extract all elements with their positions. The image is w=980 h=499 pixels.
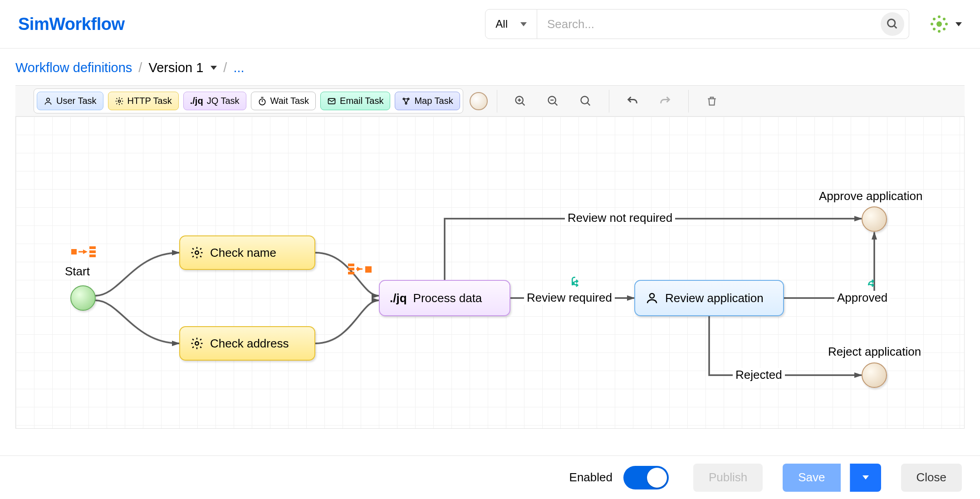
svg-line-1	[894, 26, 897, 29]
palette-label: Map Task	[414, 96, 453, 106]
svg-point-4	[943, 18, 946, 20]
person-icon	[645, 291, 659, 305]
gear-icon	[190, 246, 204, 259]
search-field-wrap	[537, 9, 909, 39]
save-dropdown-button[interactable]	[850, 464, 881, 492]
palette-end-node[interactable]	[470, 92, 488, 110]
save-button[interactable]: Save	[783, 464, 840, 492]
node-process-data[interactable]: ./jq Process data	[379, 280, 510, 316]
svg-point-9	[931, 23, 933, 25]
app-logo: SimWorkflow	[18, 15, 125, 34]
end-approve-node[interactable]	[862, 206, 887, 232]
zoom-in-icon	[514, 95, 527, 108]
parallel-split-icon	[70, 245, 98, 258]
search-icon	[886, 18, 899, 30]
trash-icon	[706, 95, 718, 107]
svg-point-8	[933, 28, 936, 30]
start-node[interactable]	[70, 285, 96, 311]
node-label: Check name	[210, 246, 276, 260]
enabled-label: Enabled	[569, 470, 612, 484]
svg-line-19	[522, 103, 524, 105]
save-button-group: Save	[774, 464, 881, 492]
undo-button[interactable]	[618, 89, 647, 113]
node-review-application[interactable]: Review application	[634, 280, 784, 316]
redo-icon	[659, 95, 671, 108]
palette-label: User Task	[56, 96, 97, 106]
publish-button[interactable]: Publish	[693, 464, 763, 492]
zoom-out-icon	[547, 95, 559, 108]
palette-wait-task[interactable]: Wait Task	[251, 92, 316, 110]
edge-label-approved: Approved	[834, 291, 890, 305]
search-icon	[579, 95, 592, 108]
node-check-name[interactable]: Check name	[179, 235, 315, 270]
connections-layer	[16, 117, 964, 428]
toggle-knob	[647, 468, 667, 488]
svg-rect-31	[89, 254, 96, 257]
svg-point-5	[945, 23, 948, 25]
search-filter-label: All	[495, 18, 508, 30]
jq-icon: ./jq	[390, 291, 407, 305]
close-button[interactable]: Close	[901, 464, 962, 492]
end-reject-label: Reject application	[828, 345, 921, 359]
svg-point-10	[933, 18, 936, 20]
palette-label: Email Task	[340, 96, 383, 106]
svg-line-26	[587, 103, 590, 105]
search-filter-select[interactable]: All	[485, 9, 537, 39]
zoom-fit-button[interactable]	[572, 89, 600, 113]
map-icon	[402, 97, 411, 106]
workflow-canvas[interactable]: Start Check name Check address ./jq Proc…	[15, 117, 965, 429]
svg-line-23	[554, 103, 557, 105]
breadcrumb-current[interactable]: ...	[233, 60, 244, 75]
palette-email-task[interactable]: Email Task	[320, 92, 390, 110]
caret-down-icon	[520, 22, 527, 26]
search-button[interactable]	[881, 12, 904, 36]
breadcrumb: Workflow definitions / Version 1 / ...	[0, 49, 980, 85]
svg-rect-29	[89, 246, 96, 249]
edge-label-review-required: Review required	[524, 291, 615, 305]
decision-split-icon	[866, 275, 878, 287]
parallel-join-icon	[347, 262, 374, 275]
redo-button[interactable]	[651, 89, 679, 113]
user-menu[interactable]	[929, 14, 962, 34]
search-input[interactable]	[547, 17, 881, 31]
zoom-out-button[interactable]	[539, 89, 567, 113]
end-reject-node[interactable]	[862, 362, 887, 388]
palette-user-task[interactable]: User Task	[37, 92, 103, 110]
search-group: All	[485, 9, 909, 39]
svg-point-12	[118, 100, 120, 102]
delete-button[interactable]	[698, 89, 726, 113]
task-palette: User Task HTTP Task ./jq JQ Task Wait Ta…	[34, 88, 463, 113]
svg-rect-27	[71, 249, 77, 254]
editor-footer: Enabled Publish Save Close	[0, 455, 980, 499]
palette-map-task[interactable]: Map Task	[395, 92, 460, 110]
node-label: Review application	[665, 291, 764, 305]
breadcrumb-version-select[interactable]: Version 1	[148, 60, 217, 75]
edge-label-rejected: Rejected	[733, 368, 785, 382]
enabled-toggle[interactable]	[623, 466, 669, 489]
svg-rect-36	[365, 266, 372, 273]
chevron-down-icon	[862, 475, 869, 479]
undo-icon	[626, 95, 639, 108]
breadcrumb-separator: /	[223, 60, 227, 75]
gear-icon	[190, 337, 204, 350]
svg-point-0	[888, 20, 895, 27]
palette-jq-task[interactable]: ./jq JQ Task	[183, 92, 246, 110]
palette-label: HTTP Task	[127, 96, 172, 106]
node-label: Check address	[210, 337, 289, 351]
editor-toolbar: User Task HTTP Task ./jq JQ Task Wait Ta…	[15, 85, 965, 117]
breadcrumb-separator: /	[138, 60, 142, 75]
toolbar-divider	[497, 90, 497, 113]
palette-http-task[interactable]: HTTP Task	[108, 92, 179, 110]
app-header: SimWorkflow All	[0, 0, 980, 49]
zoom-in-button[interactable]	[506, 89, 534, 113]
svg-rect-30	[89, 250, 96, 253]
person-icon	[44, 97, 53, 106]
svg-point-38	[195, 342, 199, 345]
breadcrumb-root-link[interactable]: Workflow definitions	[15, 60, 132, 75]
node-check-address[interactable]: Check address	[179, 326, 315, 361]
breadcrumb-version-label: Version 1	[148, 60, 203, 75]
jq-icon: ./jq	[190, 96, 203, 106]
svg-point-37	[195, 251, 199, 254]
stopwatch-icon	[258, 97, 267, 106]
svg-point-25	[581, 96, 588, 103]
